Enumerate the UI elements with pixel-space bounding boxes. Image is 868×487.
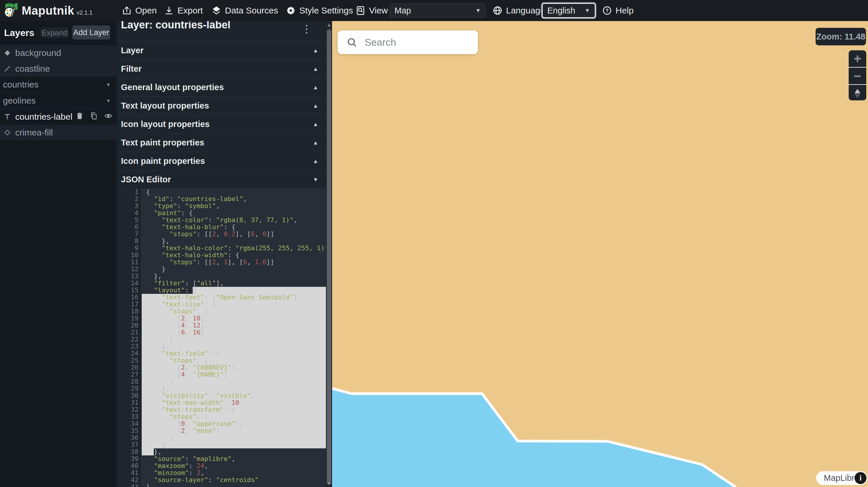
line-number: 9 [121,245,138,252]
layers-sidebar: Layers Expand Add Layer backgroundcoastl… [0,21,117,487]
line-number-gutter: 1234567891011121314151617181920212223242… [118,189,142,487]
code-line[interactable]: ] [142,336,326,343]
code-line[interactable]: "stops": [[2, 0.2], [6, 0]] [142,231,326,238]
code-line[interactable]: }, [142,448,326,455]
zoom-in-button[interactable]: + [849,50,866,68]
code-line[interactable]: "source-layer": "centroids" [142,477,326,484]
layer-editor-title-row: Layer: countries-label [117,21,326,41]
view-select[interactable]: Map ▼ [390,3,486,18]
sidebar-item-background[interactable]: background [0,45,117,61]
open-button[interactable]: Open [122,0,157,21]
code-line[interactable]: [4, 12], [142,322,326,329]
scrollbar-thumb[interactable] [327,29,331,485]
add-layer-button[interactable]: Add Layer [72,26,110,39]
code-line[interactable]: "type": "symbol", [142,202,326,209]
code-line[interactable]: [6, 16] [142,329,326,336]
accordion-section-layer[interactable]: Layer ▲ [117,41,326,60]
accordion-section-icon-paint-properties[interactable]: Icon paint properties ▲ [117,152,326,171]
code-line[interactable]: "filter": ["all"], [142,280,326,287]
code-area[interactable]: { "id": "countries-label", "type": "symb… [118,189,326,487]
code-line[interactable]: }, [142,385,326,392]
help-button[interactable]: ? Help [602,0,634,21]
code-line[interactable]: "text-color": "rgba(8, 37, 77, 1)", [142,217,326,224]
code-line[interactable]: [4, "{NAME}"] [142,371,326,378]
code-line[interactable]: "stops": [ [142,413,326,420]
toggle-visibility-icon[interactable] [104,112,113,122]
code-line[interactable]: ] [142,434,326,441]
line-number: 38 [121,448,138,455]
code-line[interactable]: }, [142,273,326,280]
language-select[interactable]: English ▼ [542,3,596,18]
code-line[interactable]: "minzoom": 2, [142,469,326,477]
code-line[interactable]: "stops": [[2, 1], [6, 1.6]] [142,259,326,266]
kebab-menu-icon[interactable]: ⋮ [301,23,312,35]
code-line[interactable]: "text-field": { [142,350,326,357]
line-number: 21 [121,329,138,336]
code-line[interactable]: "text-halo-width": { [142,252,326,259]
code-line[interactable]: "text-size": { [142,301,326,308]
code-line[interactable]: }, [142,238,326,245]
chevron-down-icon[interactable]: ▾ [107,81,110,88]
chevron-down-icon[interactable]: ▾ [107,97,110,104]
accordion-section-general-layout-properties[interactable]: General layout properties ▲ [117,78,326,97]
expand-button[interactable]: Expand [40,28,68,38]
search-input[interactable] [364,36,476,48]
code-line[interactable]: "source": "maplibre", [142,455,326,462]
code-line[interactable]: "text-transform": { [142,406,326,413]
code-line[interactable]: } [142,441,326,448]
code-line[interactable]: [2, 10], [142,315,326,322]
svg-text:?: ? [606,8,609,13]
line-number: 3 [121,202,138,209]
accordion-section-text-layout-properties[interactable]: Text layout properties ▲ [117,97,326,115]
code-line[interactable]: } [142,266,326,273]
duplicate-layer-icon[interactable] [90,112,97,122]
accordion-section-icon-layout-properties[interactable]: Icon layout properties ▲ [117,115,326,134]
layer-group-geolines[interactable]: geolines▾ [0,93,117,109]
delete-layer-icon[interactable] [76,112,84,122]
code-line[interactable]: "text-halo-blur": { [142,224,326,231]
compass-button[interactable] [849,85,866,100]
sidebar-item-countries-label[interactable]: countries-label [0,109,117,125]
panel-scrollbar[interactable]: ▲ ▼ [326,21,332,487]
sidebar-item-crimea-fill[interactable]: crimea-fill [0,125,117,140]
code-line[interactable]: "text-font": ["Open Sans Semibold"], [142,294,326,301]
zoom-out-button[interactable]: − [849,68,866,85]
style-settings-button[interactable]: Style Settings [286,0,353,21]
layer-group-countries[interactable]: countries▾ [0,77,117,93]
info-icon[interactable]: i [855,472,867,484]
code-line[interactable]: "layout": { [142,287,326,294]
layer-name: background [15,48,61,58]
code-line[interactable]: }, [142,343,326,350]
code-line[interactable]: "text-halo-color": "rgba(255, 255, 255, … [142,245,326,252]
code-line[interactable]: [2, "none"] [142,427,326,434]
open-label: Open [135,6,157,15]
code-line[interactable]: "text-max-width": 10, [142,399,326,406]
code-line[interactable]: [0, "uppercase"], [142,420,326,427]
code-line[interactable]: [2, "{ABBREV}"], [142,364,326,371]
code-line[interactable]: "visibility": "visible", [142,392,326,399]
scroll-down-icon[interactable]: ▼ [326,479,332,487]
code-line[interactable]: "maxzoom": 24, [142,462,326,469]
scroll-up-icon[interactable]: ▲ [326,21,332,29]
export-button[interactable]: Export [164,0,203,21]
open-icon [122,6,132,15]
code-line[interactable]: } [142,484,326,487]
code-line[interactable]: "paint": { [142,209,326,217]
accordion-section-json-editor[interactable]: JSON Editor ▼ [117,170,326,189]
code-line[interactable]: ] [142,378,326,385]
code-line[interactable]: "id": "countries-label", [142,195,326,202]
sidebar-item-coastline[interactable]: coastline [0,61,117,77]
code-line[interactable]: "stops": [ [142,357,326,364]
accordion-section-filter[interactable]: Filter ▲ [117,60,326,78]
line-number: 29 [121,385,138,392]
layer-editor-panel: Layer: countries-label ⋮ Layer ▲Filter ▲… [117,21,326,487]
code-line[interactable]: { [142,189,326,195]
code-line[interactable]: "stops": [ [142,308,326,315]
view-group: View [355,0,388,21]
data-sources-button[interactable]: Data Sources [211,0,278,21]
map-canvas[interactable]: Zoom: 11.48 + − MapLibre i [332,21,868,487]
chevron-up-icon: ▲ [313,158,318,164]
brand: Maputnik v2.1.1 [22,0,93,21]
accordion-section-text-paint-properties[interactable]: Text paint properties ▲ [117,133,326,152]
language-select-value: English [547,6,575,15]
